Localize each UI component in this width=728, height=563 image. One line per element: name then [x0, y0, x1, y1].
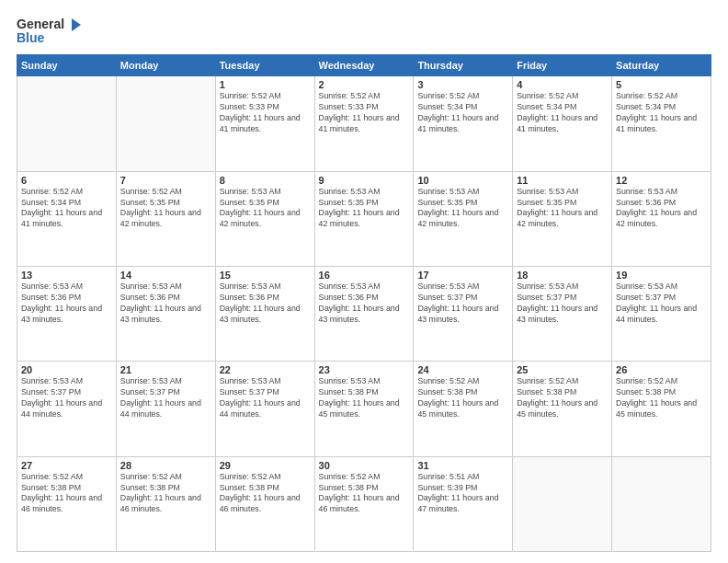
day-number: 14 — [120, 270, 211, 281]
calendar-cell: 5Sunrise: 5:52 AM Sunset: 5:34 PM Daylig… — [612, 76, 711, 171]
calendar-cell: 23Sunrise: 5:53 AM Sunset: 5:38 PM Dayli… — [314, 362, 414, 456]
day-number: 18 — [517, 270, 608, 281]
day-info: Sunrise: 5:53 AM Sunset: 5:37 PM Dayligh… — [220, 376, 311, 420]
calendar-cell: 22Sunrise: 5:53 AM Sunset: 5:37 PM Dayli… — [215, 362, 314, 456]
weekday-header-monday: Monday — [116, 55, 215, 76]
day-info: Sunrise: 5:53 AM Sunset: 5:37 PM Dayligh… — [517, 282, 608, 326]
day-number: 1 — [220, 79, 311, 90]
day-number: 23 — [319, 364, 410, 375]
day-info: Sunrise: 5:53 AM Sunset: 5:36 PM Dayligh… — [21, 282, 112, 326]
weekday-header-tuesday: Tuesday — [215, 55, 314, 76]
calendar-cell: 9Sunrise: 5:53 AM Sunset: 5:35 PM Daylig… — [314, 171, 414, 266]
weekday-header-thursday: Thursday — [414, 55, 513, 76]
day-number: 31 — [417, 460, 508, 471]
day-number: 12 — [616, 175, 707, 186]
calendar-cell: 3Sunrise: 5:52 AM Sunset: 5:34 PM Daylig… — [414, 76, 513, 171]
day-number: 13 — [21, 270, 112, 281]
calendar-cell — [116, 76, 215, 171]
day-info: Sunrise: 5:53 AM Sunset: 5:37 PM Dayligh… — [21, 376, 112, 420]
day-number: 17 — [417, 270, 508, 281]
day-info: Sunrise: 5:52 AM Sunset: 5:34 PM Dayligh… — [517, 91, 608, 135]
day-number: 22 — [220, 364, 311, 375]
day-info: Sunrise: 5:52 AM Sunset: 5:38 PM Dayligh… — [517, 376, 608, 420]
logo-container: General Blue — [17, 17, 83, 45]
calendar-cell: 14Sunrise: 5:53 AM Sunset: 5:36 PM Dayli… — [116, 267, 215, 362]
calendar-cell: 6Sunrise: 5:52 AM Sunset: 5:34 PM Daylig… — [17, 171, 117, 266]
weekday-header-wednesday: Wednesday — [314, 55, 414, 76]
week-row-1: 1Sunrise: 5:52 AM Sunset: 5:33 PM Daylig… — [17, 76, 711, 171]
calendar-cell: 28Sunrise: 5:52 AM Sunset: 5:38 PM Dayli… — [116, 456, 215, 551]
day-info: Sunrise: 5:52 AM Sunset: 5:38 PM Dayligh… — [319, 472, 410, 516]
calendar-cell: 2Sunrise: 5:52 AM Sunset: 5:33 PM Daylig… — [314, 76, 414, 171]
calendar-cell — [17, 76, 117, 171]
weekday-header-sunday: Sunday — [17, 55, 117, 76]
day-number: 26 — [616, 364, 707, 375]
day-info: Sunrise: 5:53 AM Sunset: 5:37 PM Dayligh… — [616, 282, 707, 326]
calendar-cell: 24Sunrise: 5:52 AM Sunset: 5:38 PM Dayli… — [414, 362, 513, 456]
day-number: 2 — [319, 79, 410, 90]
day-info: Sunrise: 5:53 AM Sunset: 5:36 PM Dayligh… — [616, 187, 707, 231]
day-number: 4 — [517, 79, 608, 90]
calendar-cell: 11Sunrise: 5:53 AM Sunset: 5:35 PM Dayli… — [513, 171, 612, 266]
day-number: 27 — [21, 460, 112, 471]
day-info: Sunrise: 5:53 AM Sunset: 5:35 PM Dayligh… — [517, 187, 608, 231]
day-number: 16 — [319, 270, 410, 281]
calendar-cell: 20Sunrise: 5:53 AM Sunset: 5:37 PM Dayli… — [17, 362, 117, 456]
calendar-cell: 19Sunrise: 5:53 AM Sunset: 5:37 PM Dayli… — [612, 267, 711, 362]
calendar-cell: 30Sunrise: 5:52 AM Sunset: 5:38 PM Dayli… — [314, 456, 414, 551]
day-number: 15 — [220, 270, 311, 281]
day-info: Sunrise: 5:52 AM Sunset: 5:38 PM Dayligh… — [21, 472, 112, 516]
day-info: Sunrise: 5:52 AM Sunset: 5:38 PM Dayligh… — [120, 472, 211, 516]
calendar-cell: 21Sunrise: 5:53 AM Sunset: 5:37 PM Dayli… — [116, 362, 215, 456]
calendar-cell: 4Sunrise: 5:52 AM Sunset: 5:34 PM Daylig… — [513, 76, 612, 171]
page: General Blue SundayMondayTuesdayWednesda… — [0, 0, 728, 563]
calendar-cell: 16Sunrise: 5:53 AM Sunset: 5:36 PM Dayli… — [314, 267, 414, 362]
svg-marker-0 — [72, 18, 81, 31]
day-number: 10 — [417, 175, 508, 186]
week-row-3: 13Sunrise: 5:53 AM Sunset: 5:36 PM Dayli… — [17, 267, 711, 362]
calendar-cell — [513, 456, 612, 551]
calendar-cell: 31Sunrise: 5:51 AM Sunset: 5:39 PM Dayli… — [414, 456, 513, 551]
calendar-cell: 25Sunrise: 5:52 AM Sunset: 5:38 PM Dayli… — [513, 362, 612, 456]
calendar-cell: 13Sunrise: 5:53 AM Sunset: 5:36 PM Dayli… — [17, 267, 117, 362]
calendar-cell: 8Sunrise: 5:53 AM Sunset: 5:35 PM Daylig… — [215, 171, 314, 266]
header: General Blue — [17, 17, 711, 45]
day-number: 19 — [616, 270, 707, 281]
day-info: Sunrise: 5:53 AM Sunset: 5:38 PM Dayligh… — [319, 376, 410, 420]
calendar-table: SundayMondayTuesdayWednesdayThursdayFrid… — [17, 54, 711, 552]
day-number: 28 — [120, 460, 211, 471]
logo-blue: Blue — [17, 31, 83, 45]
calendar-cell: 26Sunrise: 5:52 AM Sunset: 5:38 PM Dayli… — [612, 362, 711, 456]
calendar-cell: 17Sunrise: 5:53 AM Sunset: 5:37 PM Dayli… — [414, 267, 513, 362]
calendar-cell: 1Sunrise: 5:52 AM Sunset: 5:33 PM Daylig… — [215, 76, 314, 171]
day-info: Sunrise: 5:52 AM Sunset: 5:38 PM Dayligh… — [417, 376, 508, 420]
day-number: 24 — [417, 364, 508, 375]
weekday-header-saturday: Saturday — [612, 55, 711, 76]
day-info: Sunrise: 5:53 AM Sunset: 5:36 PM Dayligh… — [319, 282, 410, 326]
day-info: Sunrise: 5:52 AM Sunset: 5:35 PM Dayligh… — [120, 187, 211, 231]
day-info: Sunrise: 5:53 AM Sunset: 5:35 PM Dayligh… — [417, 187, 508, 231]
calendar-cell: 29Sunrise: 5:52 AM Sunset: 5:38 PM Dayli… — [215, 456, 314, 551]
week-row-4: 20Sunrise: 5:53 AM Sunset: 5:37 PM Dayli… — [17, 362, 711, 456]
day-number: 11 — [517, 175, 608, 186]
calendar-cell: 15Sunrise: 5:53 AM Sunset: 5:36 PM Dayli… — [215, 267, 314, 362]
day-info: Sunrise: 5:53 AM Sunset: 5:36 PM Dayligh… — [220, 282, 311, 326]
day-number: 3 — [417, 79, 508, 90]
logo: General Blue — [17, 17, 83, 45]
day-info: Sunrise: 5:53 AM Sunset: 5:35 PM Dayligh… — [220, 187, 311, 231]
day-info: Sunrise: 5:52 AM Sunset: 5:34 PM Dayligh… — [417, 91, 508, 135]
day-number: 25 — [517, 364, 608, 375]
calendar-cell: 10Sunrise: 5:53 AM Sunset: 5:35 PM Dayli… — [414, 171, 513, 266]
day-number: 6 — [21, 175, 112, 186]
weekday-header-row: SundayMondayTuesdayWednesdayThursdayFrid… — [17, 55, 711, 76]
day-number: 9 — [319, 175, 410, 186]
week-row-2: 6Sunrise: 5:52 AM Sunset: 5:34 PM Daylig… — [17, 171, 711, 266]
calendar-cell — [612, 456, 711, 551]
day-info: Sunrise: 5:52 AM Sunset: 5:38 PM Dayligh… — [616, 376, 707, 420]
day-info: Sunrise: 5:53 AM Sunset: 5:36 PM Dayligh… — [120, 282, 211, 326]
day-info: Sunrise: 5:51 AM Sunset: 5:39 PM Dayligh… — [417, 472, 508, 516]
day-number: 8 — [220, 175, 311, 186]
weekday-header-friday: Friday — [513, 55, 612, 76]
day-info: Sunrise: 5:52 AM Sunset: 5:33 PM Dayligh… — [220, 91, 311, 135]
day-info: Sunrise: 5:52 AM Sunset: 5:33 PM Dayligh… — [319, 91, 410, 135]
